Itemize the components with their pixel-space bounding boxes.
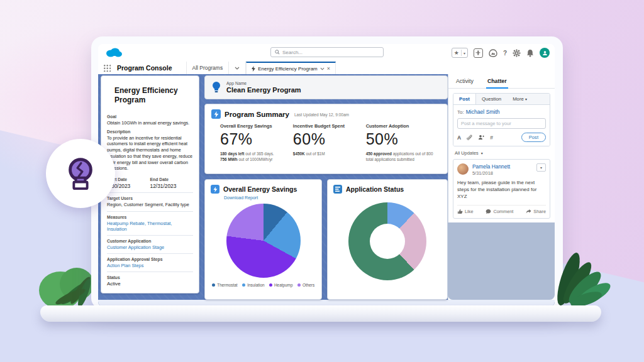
tab-energy-efficiency-program[interactable]: Energy Efficiency Program × — [246, 62, 336, 74]
chart-bolt-icon — [211, 185, 219, 194]
share-button[interactable]: Share — [526, 209, 546, 214]
legend-item: Heatpump — [269, 283, 293, 287]
app-name-label: App Name — [226, 81, 301, 85]
program-detail-panel: Energy Efficiency Program Goal Obtain 10… — [101, 75, 199, 293]
summary-updated: Last Updated May 12, 9:00am — [294, 112, 349, 117]
fern-decoration — [548, 244, 614, 313]
app-launcher-icon[interactable] — [103, 64, 111, 72]
post-button[interactable]: Post — [521, 133, 546, 142]
metric-value: 60% — [293, 130, 361, 148]
energy-savings-pie-chart[interactable] — [226, 204, 301, 278]
summary-title: Program Summary — [225, 111, 289, 118]
description-value: To provide an incentive for residential … — [107, 135, 193, 172]
metric-energy-savings: Overall Energy Savings 67% 180 days left… — [220, 123, 293, 163]
favorites-button[interactable]: ★ ▾ — [452, 48, 468, 58]
feed-filter[interactable]: All Updates ▾ — [455, 150, 548, 156]
metric-subtext: 450 approved applications out of 800 tot… — [366, 151, 434, 163]
target-users-value: Region, Customer Segment, Facility type — [107, 202, 193, 208]
author-avatar[interactable] — [457, 163, 469, 175]
target-users-label: Target Users — [107, 196, 193, 200]
metric-customer-adoption: Customer Adoption 50% 450 approved appli… — [366, 123, 439, 163]
user-avatar[interactable] — [540, 48, 550, 58]
tab-all-programs-label: All Programs — [192, 65, 223, 71]
search-input[interactable]: Search... — [270, 47, 384, 57]
measures-link[interactable]: Heatpump Rebate, Thermostat, Insulation — [107, 221, 193, 232]
tab-close-icon[interactable]: × — [327, 65, 330, 72]
customer-application-link[interactable]: Customer Application Stage — [107, 244, 193, 250]
program-summary-card: Program Summary Last Updated May 12, 9:0… — [204, 104, 448, 174]
pie-legend: Thermostat Insulation Heatpump Others — [211, 283, 316, 287]
app-name-value: Clean Energy Program — [226, 86, 301, 94]
legend-dot — [242, 283, 246, 287]
like-button[interactable]: Like — [457, 209, 474, 214]
energy-savings-chart-card: Overall Energy Savings Download Report T… — [204, 179, 322, 300]
hashtag-icon[interactable]: # — [490, 134, 493, 141]
console-nav: Program Console All Programs Energy Effi… — [98, 62, 555, 75]
chatter-composer: Post Question More ▾ To:Michael Smith Po… — [453, 93, 550, 146]
message-placeholder: Post a message to your — [461, 121, 511, 126]
chevron-down-icon[interactable] — [320, 67, 325, 70]
composer-tab-question[interactable]: Question — [476, 94, 507, 104]
metric-budget-spent: Incentive Budget Spent 60% $450K out of … — [293, 123, 366, 163]
add-person-icon[interactable] — [478, 134, 484, 140]
summary-bolt-icon — [211, 109, 221, 119]
description-label: Description — [107, 129, 193, 134]
divider — [461, 50, 462, 56]
post-menu-button[interactable]: ▾ — [536, 163, 546, 172]
tab-chatter[interactable]: Chatter — [487, 78, 507, 84]
metric-value: 50% — [366, 130, 434, 148]
help-icon[interactable]: ? — [503, 50, 507, 57]
quick-create-icon[interactable] — [474, 48, 483, 58]
to-recipient[interactable]: Michael Smith — [466, 109, 500, 115]
tab-all-programs-caret[interactable] — [228, 62, 246, 74]
notification-bell-icon[interactable] — [526, 49, 534, 57]
to-line: To:Michael Smith — [457, 109, 546, 115]
approval-steps-label: Application Approval Steps — [107, 257, 193, 261]
lightbulb-badge — [46, 139, 115, 208]
comment-button[interactable]: Comment — [486, 209, 513, 214]
caret-down-icon: ▾ — [525, 97, 527, 101]
scene: Search... ★ ▾ ? Program Cons — [0, 0, 644, 362]
end-date-value: 12/31/2023 — [150, 183, 194, 189]
end-date-label: End Date — [150, 177, 194, 182]
legend-label: Heatpump — [274, 283, 293, 287]
tab-all-programs[interactable]: All Programs — [186, 62, 229, 74]
favorites-caret-icon: ▾ — [464, 51, 465, 55]
legend-dot — [297, 283, 301, 287]
composer-tabs: Post Question More ▾ — [453, 94, 550, 105]
feed-filter-label: All Updates — [455, 150, 479, 156]
status-label: Status — [107, 275, 193, 280]
author-name[interactable]: Pamela Hannett — [472, 163, 510, 170]
share-icon — [526, 209, 531, 214]
legend-label: Insulation — [247, 283, 264, 287]
feed-post: Pamela Hannett 5/31/2018 ▾ Hey team, ple… — [453, 159, 550, 219]
report-icon — [333, 185, 342, 194]
laptop-base — [40, 305, 601, 322]
approval-steps-link[interactable]: Action Plan Steps — [107, 263, 193, 268]
composer-tab-more[interactable]: More ▾ — [507, 94, 533, 104]
setup-gear-icon[interactable] — [513, 49, 521, 57]
message-input[interactable]: Post a message to your — [457, 118, 546, 129]
panel-empty-area — [448, 222, 555, 300]
download-report-link[interactable]: Download Report — [224, 195, 316, 200]
format-text-icon[interactable]: A — [457, 134, 461, 141]
comment-icon — [486, 209, 491, 214]
legend-dot — [212, 283, 216, 287]
chart-title: Overall Energy Savings — [223, 185, 297, 193]
legend-label: Others — [303, 283, 314, 287]
console-main: Energy Efficiency Program Goal Obtain 10… — [98, 74, 555, 307]
application-status-donut-chart[interactable] — [348, 202, 426, 280]
legend-item: Thermostat — [212, 283, 238, 287]
metric-value: 67% — [220, 130, 288, 148]
attach-icon[interactable] — [467, 134, 472, 141]
app-header: App Name Clean Energy Program — [204, 75, 448, 99]
date-fields: Start Date 5/30/2023 End Date 12/31/2023 — [107, 174, 193, 189]
header-utility-icons: ★ ▾ ? — [452, 47, 550, 59]
divider — [107, 272, 193, 272]
trailhead-icon[interactable] — [489, 49, 497, 57]
program-title: Energy Efficiency Program — [107, 80, 193, 111]
tab-activity[interactable]: Activity — [456, 78, 474, 84]
composer-tab-post[interactable]: Post — [453, 94, 476, 104]
laptop-screen: Search... ★ ▾ ? Program Cons — [98, 44, 555, 307]
chevron-down-icon — [235, 67, 240, 70]
